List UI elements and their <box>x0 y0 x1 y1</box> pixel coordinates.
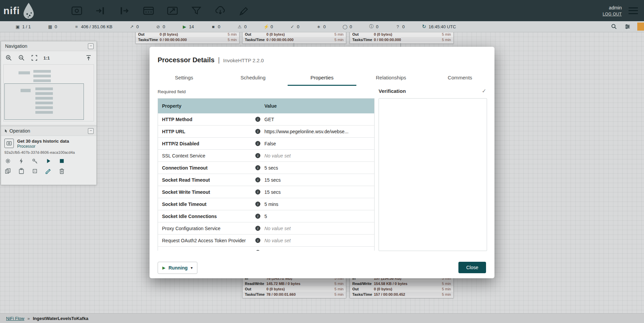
property-name: Connection Timeout <box>162 165 207 171</box>
property-name: Socket Idle Connections <box>162 214 217 219</box>
property-value: 5 secs <box>262 165 374 171</box>
property-value: No value set <box>262 226 374 231</box>
tab-relationships[interactable]: Relationships <box>356 71 425 86</box>
processor-details-dialog: Processor Details | InvokeHTTP 2.2.0 Set… <box>150 47 494 278</box>
tab-settings[interactable]: Settings <box>150 71 219 86</box>
property-name: Socket Write Timeout <box>162 189 210 195</box>
info-icon[interactable] <box>255 141 260 146</box>
property-row[interactable]: HTTP/2 Disabled False <box>158 138 374 150</box>
property-row[interactable]: Socket Idle Timeout 5 mins <box>158 198 374 210</box>
property-name: Socket Idle Timeout <box>162 202 206 207</box>
verify-check-icon[interactable]: ✓ <box>482 88 486 94</box>
verification-header: Verification ✓ <box>379 88 486 94</box>
info-icon[interactable] <box>255 202 260 207</box>
property-name: HTTP/2 Disabled <box>162 141 199 146</box>
property-row[interactable]: Connection Timeout 5 secs <box>158 162 374 174</box>
property-column-header: Property <box>158 103 262 109</box>
properties-table: Property Value HTTP Method GET HTTP URL … <box>158 98 375 251</box>
property-value: 15 secs <box>262 189 374 195</box>
property-value: 5 mins <box>262 202 374 207</box>
title-separator: | <box>218 56 220 64</box>
info-icon[interactable] <box>255 117 260 122</box>
info-icon[interactable] <box>255 165 260 170</box>
property-row[interactable]: HTTP Method GET <box>158 113 374 125</box>
property-name: Request OAuth2 Access Token Provider <box>162 238 246 243</box>
nifi-app: nifi <box>0 0 644 323</box>
info-icon[interactable] <box>255 177 260 182</box>
property-row[interactable]: Proxy Configuration Service No value set <box>158 222 374 235</box>
required-field-label: Required field <box>158 89 186 94</box>
property-row[interactable]: HTTP URL https://www.pegelonline.wsv.de/… <box>158 125 374 138</box>
property-name: HTTP URL <box>162 129 185 134</box>
tab-properties[interactable]: Properties <box>288 71 357 86</box>
property-row-partial <box>158 247 374 251</box>
property-row[interactable]: Socket Write Timeout 15 secs <box>158 186 374 198</box>
dialog-subtitle: InvokeHTTP 2.2.0 <box>223 58 264 63</box>
verification-label: Verification <box>379 88 406 94</box>
running-play-icon: ▶ <box>162 265 165 270</box>
property-value: 5 <box>262 214 374 219</box>
run-status-label: Running <box>168 265 188 271</box>
property-row[interactable]: Socket Idle Connections 5 <box>158 210 374 222</box>
dialog-tabs: Settings Scheduling Properties Relations… <box>150 71 494 86</box>
property-row[interactable]: Request OAuth2 Access Token Provider No … <box>158 235 374 247</box>
property-name: Socket Read Timeout <box>162 177 210 183</box>
info-icon[interactable] <box>255 250 260 251</box>
property-value: https://www.pegelonline.wsv.de/webse... <box>262 129 374 134</box>
property-value: No value set <box>262 153 374 158</box>
dialog-title-row: Processor Details | InvokeHTTP 2.2.0 <box>158 56 264 64</box>
dialog-title: Processor Details <box>158 56 215 64</box>
close-button[interactable]: Close <box>458 262 486 273</box>
property-value: 15 secs <box>262 177 374 183</box>
info-icon[interactable] <box>255 214 260 219</box>
property-row[interactable]: SSL Context Service No value set <box>158 150 374 162</box>
property-value: False <box>262 141 374 146</box>
value-column-header: Value <box>262 103 374 109</box>
property-name: HTTP Method <box>162 117 192 122</box>
info-icon[interactable] <box>255 238 260 243</box>
property-name: Proxy Configuration Service <box>162 226 221 231</box>
info-icon[interactable] <box>255 189 260 194</box>
info-icon[interactable] <box>255 129 260 134</box>
properties-table-header: Property Value <box>158 99 374 113</box>
tab-comments[interactable]: Comments <box>425 71 494 86</box>
property-value: No value set <box>262 238 374 243</box>
property-row[interactable]: Socket Read Timeout 15 secs <box>158 174 374 186</box>
chevron-down-icon: ▾ <box>191 265 193 270</box>
info-icon[interactable] <box>255 226 260 231</box>
property-value: GET <box>262 117 374 122</box>
property-name: SSL Context Service <box>162 153 205 158</box>
info-icon[interactable] <box>255 153 260 158</box>
run-status-dropdown[interactable]: ▶ Running ▾ <box>158 262 197 274</box>
tab-scheduling[interactable]: Scheduling <box>219 71 288 86</box>
verification-results-box <box>379 98 487 251</box>
